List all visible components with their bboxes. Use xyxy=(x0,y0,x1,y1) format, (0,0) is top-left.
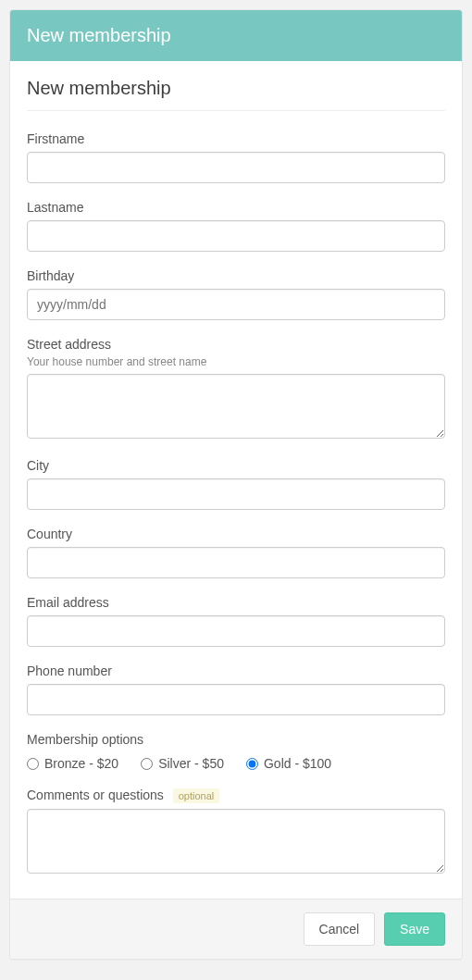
comments-label-text: Comments or questions xyxy=(27,788,164,802)
country-input[interactable] xyxy=(27,547,445,578)
lastname-input[interactable] xyxy=(27,220,445,252)
optional-badge: optional xyxy=(173,788,220,803)
membership-option-gold[interactable]: Gold - $100 xyxy=(246,756,331,771)
city-input[interactable] xyxy=(27,478,445,510)
comments-input[interactable] xyxy=(27,809,445,874)
membership-option-label: Gold - $100 xyxy=(264,756,331,771)
city-group: City xyxy=(27,458,445,510)
firstname-group: Firstname xyxy=(27,131,445,183)
form-title: New membership xyxy=(27,78,445,111)
birthday-input[interactable] xyxy=(27,289,445,320)
comments-label: Comments or questions optional xyxy=(27,788,445,803)
phone-input[interactable] xyxy=(27,684,445,715)
panel-body: New membership Firstname Lastname Birthd… xyxy=(10,61,462,899)
panel-title: New membership xyxy=(27,25,171,45)
membership-panel: New membership New membership Firstname … xyxy=(9,9,463,960)
membership-radio-gold[interactable] xyxy=(246,758,258,770)
street-group: Street address Your house number and str… xyxy=(27,337,445,441)
country-group: Country xyxy=(27,527,445,578)
save-button[interactable]: Save xyxy=(384,912,445,946)
membership-option-label: Bronze - $20 xyxy=(44,756,118,771)
panel-footer: Cancel Save xyxy=(10,899,462,959)
country-label: Country xyxy=(27,527,445,541)
membership-radio-bronze[interactable] xyxy=(27,758,39,770)
street-help: Your house number and street name xyxy=(27,355,445,368)
panel-header: New membership xyxy=(10,10,462,61)
street-label: Street address xyxy=(27,337,445,352)
email-label: Email address xyxy=(27,595,445,610)
birthday-group: Birthday xyxy=(27,268,445,320)
city-label: City xyxy=(27,458,445,473)
membership-radio-group: Bronze - $20 Silver - $50 Gold - $100 xyxy=(27,752,445,771)
phone-group: Phone number xyxy=(27,664,445,715)
email-group: Email address xyxy=(27,595,445,647)
membership-group: Membership options Bronze - $20 Silver -… xyxy=(27,732,445,771)
comments-group: Comments or questions optional xyxy=(27,788,445,876)
firstname-label: Firstname xyxy=(27,131,445,146)
membership-radio-silver[interactable] xyxy=(141,758,153,770)
membership-option-label: Silver - $50 xyxy=(158,756,224,771)
cancel-button[interactable]: Cancel xyxy=(304,912,376,946)
lastname-group: Lastname xyxy=(27,200,445,252)
street-input[interactable] xyxy=(27,374,445,439)
email-input[interactable] xyxy=(27,615,445,647)
membership-label: Membership options xyxy=(27,732,445,747)
firstname-input[interactable] xyxy=(27,152,445,183)
phone-label: Phone number xyxy=(27,664,445,678)
membership-option-bronze[interactable]: Bronze - $20 xyxy=(27,756,118,771)
birthday-label: Birthday xyxy=(27,268,445,283)
lastname-label: Lastname xyxy=(27,200,445,215)
membership-option-silver[interactable]: Silver - $50 xyxy=(141,756,224,771)
